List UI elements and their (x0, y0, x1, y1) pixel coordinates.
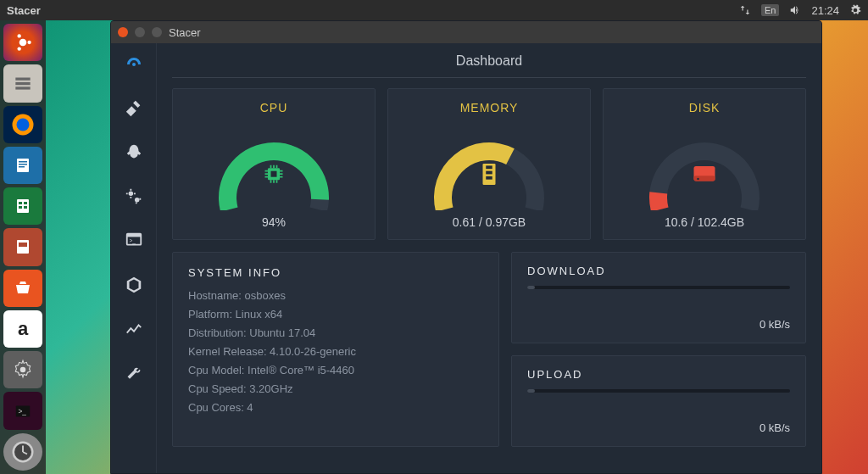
network-indicator-icon[interactable] (739, 4, 751, 16)
svg-point-38 (697, 178, 699, 181)
system-info-row: Platform: Linux x64 (188, 308, 483, 321)
svg-text:>_: >_ (129, 237, 136, 244)
cpu-gauge (202, 121, 346, 210)
stacer-main: Dashboard CPU 94% MEMORY (157, 43, 821, 473)
sidebar-resources-icon[interactable] (121, 316, 147, 342)
window-minimize-icon[interactable] (135, 27, 145, 37)
svg-point-26 (134, 198, 139, 203)
upload-rate: 0 kB/s (527, 421, 790, 434)
svg-rect-31 (271, 171, 277, 177)
upload-card: UPLOAD 0 kB/s (511, 355, 806, 447)
indicator-area: En 21:24 (739, 4, 861, 17)
window-close-icon[interactable] (118, 27, 128, 37)
svg-rect-15 (24, 202, 27, 204)
cpu-chip-icon (262, 162, 286, 189)
svg-rect-33 (486, 165, 492, 169)
stacer-sidebar: >_ (111, 43, 157, 473)
cpu-gauge-label: CPU (260, 101, 288, 114)
gauge-row: CPU 94% MEMORY (172, 88, 806, 240)
launcher-files-icon[interactable] (3, 64, 42, 102)
launcher-terminal-icon[interactable]: >_ (3, 392, 42, 429)
memory-gauge-card: MEMORY 0.61 / 0.97GB (387, 88, 591, 240)
download-bar (527, 286, 790, 289)
system-info-row: Hostname: osboxes (188, 289, 483, 302)
memory-ram-icon (480, 161, 498, 190)
launcher-dash-icon[interactable] (3, 24, 42, 61)
cpu-gauge-value: 94% (262, 215, 286, 229)
clock-indicator[interactable]: 21:24 (811, 4, 839, 17)
svg-rect-9 (17, 159, 29, 172)
system-info-title: SYSTEM INFO (188, 266, 483, 279)
gnome-top-panel: Stacer En 21:24 (0, 0, 868, 20)
svg-rect-28 (126, 234, 141, 237)
svg-point-20 (20, 367, 26, 373)
launcher-software-icon[interactable] (3, 270, 42, 307)
system-info-row: Distribution: Ubuntu 17.04 (188, 326, 483, 339)
unity-launcher: a >_ (0, 20, 46, 474)
upload-title: UPLOAD (527, 368, 790, 381)
page-title: Dashboard (172, 53, 806, 78)
sidebar-services-icon[interactable] (121, 184, 147, 209)
upload-bar (527, 389, 790, 393)
sidebar-settings-icon[interactable] (121, 360, 147, 386)
window-titlebar[interactable]: Stacer (111, 21, 821, 43)
memory-gauge-label: MEMORY (460, 101, 519, 114)
network-column: DOWNLOAD 0 kB/s UPLOAD 0 kB/s (511, 252, 806, 447)
launcher-calc-icon[interactable] (3, 187, 42, 225)
sidebar-dashboard-icon[interactable] (121, 52, 147, 77)
disk-gauge-value: 10.6 / 102.4GB (665, 215, 744, 229)
cpu-gauge-card: CPU 94% (172, 88, 376, 240)
svg-point-25 (128, 192, 133, 197)
system-info-card: SYSTEM INFO Hostname: osboxesPlatform: L… (172, 252, 499, 447)
launcher-amazon-icon[interactable]: a (3, 310, 42, 348)
svg-point-0 (19, 39, 27, 47)
launcher-impress-icon[interactable] (3, 228, 42, 265)
svg-point-1 (27, 41, 31, 44)
system-info-row: Cpu Speed: 3.20GHz (188, 382, 483, 395)
svg-rect-34 (486, 171, 492, 175)
svg-rect-19 (19, 243, 27, 247)
keyboard-layout-indicator[interactable]: En (761, 4, 779, 16)
lower-row: SYSTEM INFO Hostname: osboxesPlatform: L… (172, 252, 806, 447)
svg-rect-37 (694, 176, 715, 181)
active-app-title: Stacer (7, 4, 739, 17)
stacer-window: Stacer >_ Dashboard CPU (110, 20, 822, 474)
memory-gauge (417, 121, 561, 210)
memory-gauge-value: 0.61 / 0.97GB (453, 215, 526, 229)
disk-gauge-card: DISK 10.6 / 102.4GB (603, 88, 806, 240)
svg-rect-14 (19, 202, 22, 204)
svg-text:>_: >_ (19, 407, 27, 415)
sidebar-startup-icon[interactable] (121, 140, 147, 165)
window-title: Stacer (169, 26, 201, 39)
volume-indicator-icon[interactable] (789, 4, 801, 16)
launcher-settings-icon[interactable] (3, 351, 42, 388)
svg-point-8 (17, 118, 30, 131)
launcher-stacer-icon[interactable] (3, 433, 42, 471)
svg-rect-12 (19, 166, 25, 168)
download-rate: 0 kB/s (527, 318, 790, 331)
svg-rect-10 (19, 161, 27, 163)
svg-rect-16 (19, 206, 22, 209)
svg-rect-17 (24, 206, 27, 209)
svg-point-3 (18, 47, 21, 51)
system-info-row: Kernel Release: 4.10.0-26-generic (188, 345, 483, 358)
disk-hdd-icon (692, 164, 717, 187)
svg-rect-11 (19, 164, 27, 165)
launcher-firefox-icon[interactable] (3, 106, 42, 143)
system-info-row: Cpu Model: Intel® Core™ i5-4460 (188, 364, 483, 376)
svg-point-2 (18, 34, 21, 37)
sidebar-uninstaller-icon[interactable] (121, 272, 147, 298)
sidebar-cleaner-icon[interactable] (121, 96, 147, 121)
window-maximize-icon[interactable] (152, 27, 162, 37)
disk-gauge (632, 121, 776, 210)
sidebar-processes-icon[interactable]: >_ (121, 228, 147, 254)
svg-rect-4 (15, 78, 30, 81)
svg-rect-6 (15, 87, 30, 90)
svg-rect-35 (486, 176, 492, 180)
launcher-writer-icon[interactable] (3, 147, 42, 184)
disk-gauge-label: DISK (689, 101, 721, 114)
settings-indicator-icon[interactable] (849, 4, 861, 16)
download-card: DOWNLOAD 0 kB/s (511, 252, 806, 343)
system-info-row: Cpu Cores: 4 (188, 401, 483, 414)
download-title: DOWNLOAD (527, 265, 790, 277)
